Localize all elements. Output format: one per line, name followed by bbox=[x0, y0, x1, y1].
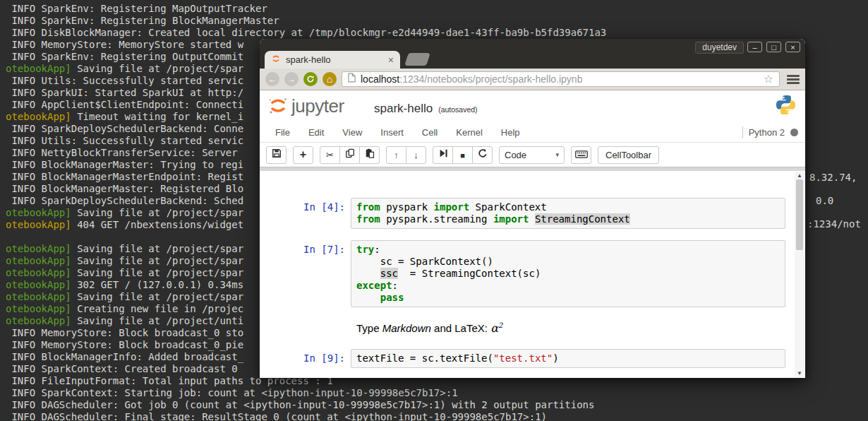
kernel-name[interactable]: Python 2 bbox=[749, 127, 785, 138]
jupyter-favicon-icon bbox=[271, 54, 281, 66]
jupyter-page: jupyter spark-hello(autosaved) FileEditV… bbox=[260, 90, 805, 378]
cell-type-select-button[interactable]: Code▾ bbox=[499, 146, 565, 164]
maximize-button[interactable]: □ bbox=[766, 42, 781, 52]
menu-kernel[interactable]: Kernel bbox=[456, 127, 483, 138]
restart-kernel-button[interactable] bbox=[472, 146, 493, 164]
jupyter-wordmark: jupyter bbox=[291, 95, 344, 117]
code-input[interactable]: textFile = sc.textFile("test.txt") bbox=[351, 349, 785, 368]
menu-insert[interactable]: Insert bbox=[380, 127, 404, 138]
run-icon bbox=[438, 148, 448, 161]
document-icon bbox=[348, 73, 356, 85]
run-cell-button[interactable] bbox=[433, 146, 453, 164]
code-cell[interactable]: In [9]:textFile = sc.textFile("test.txt"… bbox=[260, 349, 785, 368]
home-button[interactable]: ⌂ bbox=[323, 72, 337, 86]
terminal-line: INFO DAGScheduler: Final stage: ResultSt… bbox=[6, 411, 868, 421]
stop-icon: ■ bbox=[460, 148, 465, 161]
menu-help[interactable]: Help bbox=[501, 127, 520, 138]
bookmark-star-icon[interactable]: ☆ bbox=[764, 73, 773, 85]
save-button[interactable] bbox=[266, 146, 287, 164]
move-cell-up-button[interactable]: ↑ bbox=[386, 146, 406, 164]
back-button[interactable]: ← bbox=[265, 72, 279, 86]
terminal-line-fragment: 8.32.74, bbox=[809, 172, 857, 184]
browser-tab[interactable]: spark-hello × bbox=[265, 51, 400, 69]
notebook-toolbar: +✂↑↓■Code▾CellToolbar bbox=[260, 143, 805, 167]
minimize-button[interactable]: – bbox=[747, 42, 762, 52]
forward-button[interactable]: → bbox=[284, 72, 299, 86]
python-logo-icon bbox=[775, 94, 797, 119]
tab-close-icon[interactable]: × bbox=[388, 55, 394, 65]
copy-cell-button[interactable] bbox=[339, 146, 360, 164]
cell-type-value: Code bbox=[505, 150, 526, 160]
terminal-line-fragment: :1234/not bbox=[807, 218, 861, 230]
jupyter-logo[interactable]: jupyter bbox=[267, 95, 344, 117]
paste-icon bbox=[365, 148, 375, 161]
terminal-line: INFO SparkContext: Starting job: count a… bbox=[6, 387, 868, 399]
url-path: :1234/notebooks/project/spark-hello.ipyn… bbox=[399, 73, 582, 85]
copy-icon bbox=[345, 148, 355, 161]
cut-icon: ✂ bbox=[326, 148, 334, 161]
scrollbar-thumb[interactable] bbox=[796, 179, 803, 250]
tab-title: spark-hello bbox=[286, 54, 331, 65]
terminal-line-fragment: 0.0 bbox=[816, 195, 833, 207]
cell-prompt bbox=[260, 320, 351, 335]
menu-view[interactable]: View bbox=[342, 127, 362, 138]
cut-cell-button[interactable]: ✂ bbox=[320, 146, 340, 164]
menubar-divider bbox=[742, 126, 743, 138]
notebook-area: In [4]:from pyspark import SparkContextf… bbox=[260, 171, 805, 378]
code-cell[interactable]: In [4]:from pyspark import SparkContextf… bbox=[260, 198, 785, 229]
stop-kernel-button[interactable]: ■ bbox=[452, 146, 473, 164]
code-input[interactable]: from pyspark import SparkContextfrom pys… bbox=[351, 198, 785, 229]
paste-cell-button[interactable] bbox=[359, 146, 380, 164]
save-icon bbox=[272, 148, 282, 161]
markdown-cell[interactable]: Type Markdown and LaTeX: α2 bbox=[260, 320, 785, 335]
menu-items: FileEditViewInsertCellKernelHelp bbox=[275, 127, 520, 138]
add-cell-icon: + bbox=[300, 148, 306, 161]
up-icon: ↑ bbox=[394, 148, 399, 161]
menu-file[interactable]: File bbox=[275, 127, 290, 138]
terminal-line: INFO DAGScheduler: Got job 0 (count at <… bbox=[6, 399, 868, 411]
markdown-text: Type Markdown and LaTeX: α2 bbox=[351, 320, 785, 335]
keyboard-icon bbox=[575, 148, 588, 161]
command-palette-button[interactable] bbox=[571, 146, 591, 164]
restart-icon bbox=[478, 148, 488, 161]
move-cell-down-button[interactable]: ↓ bbox=[406, 146, 426, 164]
browser-navbar: ← → ⌂ localhost:1234/notebooks/project/s… bbox=[260, 69, 805, 90]
kernel-busy-indicator-icon bbox=[790, 129, 798, 136]
close-button[interactable]: × bbox=[785, 42, 800, 52]
new-tab-button[interactable] bbox=[404, 53, 430, 66]
window-titlebar: duyetdev – □ × spark-hello × bbox=[260, 39, 805, 69]
cell-prompt: In [7]: bbox=[260, 240, 351, 307]
notebook-header: jupyter spark-hello(autosaved) bbox=[260, 90, 805, 123]
scroll-up-icon[interactable]: ▲ bbox=[795, 172, 804, 179]
cell-prompt: In [9]: bbox=[260, 349, 351, 368]
code-cell[interactable]: In [7]:try: sc = SparkContext() ssc = St… bbox=[260, 240, 785, 307]
browser-menu-icon[interactable] bbox=[787, 75, 800, 84]
terminal-line: INFO SparkEnv: Registering MapOutputTrac… bbox=[6, 3, 868, 15]
chevron-down-icon: ▾ bbox=[555, 151, 559, 158]
menu-cell[interactable]: Cell bbox=[422, 127, 438, 138]
address-url[interactable]: localhost:1234/notebooks/project/spark-h… bbox=[361, 73, 582, 85]
url-host: localhost bbox=[361, 73, 399, 85]
terminal-line: INFO SparkEnv: Registering BlockManagerM… bbox=[6, 15, 868, 27]
notebook-menubar: FileEditViewInsertCellKernelHelp Python … bbox=[260, 123, 805, 143]
notebook-scrollbar[interactable]: ▲ ▼ bbox=[795, 172, 804, 377]
menu-edit[interactable]: Edit bbox=[308, 127, 324, 138]
browser-window: duyetdev – □ × spark-hello × ← → ⌂ local… bbox=[260, 39, 805, 378]
terminal-line: INFO DiskBlockManager: Created local dir… bbox=[6, 27, 868, 39]
autosave-status: (autosaved) bbox=[438, 105, 477, 114]
address-bar[interactable]: localhost:1234/notebooks/project/spark-h… bbox=[342, 71, 780, 87]
cell-toolbar-button[interactable]: CellToolbar bbox=[598, 146, 659, 164]
code-input[interactable]: try: sc = SparkContext() ssc = Streaming… bbox=[351, 240, 785, 307]
cell-prompt: In [4]: bbox=[260, 198, 351, 229]
add-cell-button[interactable]: + bbox=[293, 146, 313, 164]
scroll-down-icon[interactable]: ▼ bbox=[795, 370, 804, 376]
down-icon: ↓ bbox=[414, 148, 418, 161]
reload-button[interactable] bbox=[303, 72, 318, 86]
notebook-title[interactable]: spark-hello(autosaved) bbox=[374, 102, 478, 116]
window-user-label: duyetdev bbox=[695, 42, 744, 54]
jupyter-logo-icon bbox=[267, 95, 289, 117]
